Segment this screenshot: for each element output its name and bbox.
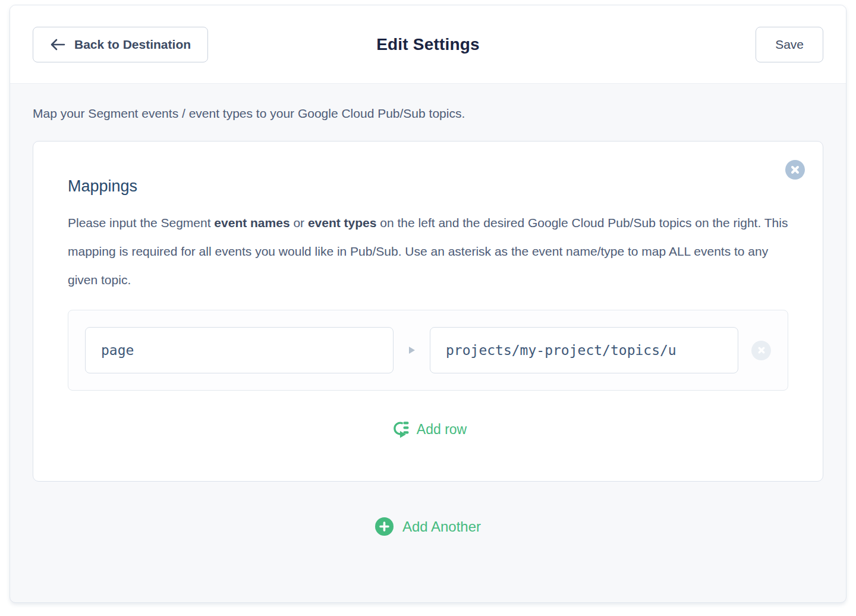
desc-bold-event-names: event names <box>214 216 289 230</box>
plus-icon <box>375 517 394 536</box>
save-button[interactable]: Save <box>756 27 823 62</box>
close-icon <box>790 165 800 175</box>
add-row-button[interactable]: Add row <box>389 420 467 438</box>
mappings-card: Mappings Please input the Segment event … <box>33 141 823 482</box>
add-another-label: Add Another <box>402 518 481 535</box>
topic-input[interactable] <box>430 327 738 373</box>
settings-page: Back to Destination Edit Settings Save M… <box>10 5 846 603</box>
back-to-destination-button[interactable]: Back to Destination <box>33 27 208 62</box>
intro-text: Map your Segment events / event types to… <box>33 106 823 121</box>
add-another-container: Add Another <box>33 517 823 536</box>
close-icon <box>757 345 766 355</box>
desc-part: Please input the Segment <box>68 216 214 230</box>
desc-bold-event-types: event types <box>308 216 377 230</box>
mappings-title: Mappings <box>68 177 788 196</box>
header-bar: Back to Destination Edit Settings Save <box>10 5 846 84</box>
event-name-input[interactable] <box>85 327 394 373</box>
desc-part: or <box>290 216 308 230</box>
mappings-description: Please input the Segment event names or … <box>68 209 788 294</box>
arrow-right-icon <box>408 345 416 355</box>
arrow-left-icon <box>50 38 65 51</box>
card-close-button[interactable] <box>785 160 805 180</box>
add-row-label: Add row <box>417 422 467 438</box>
mapping-row <box>68 310 788 391</box>
remove-row-button[interactable] <box>751 341 771 360</box>
add-another-button[interactable]: Add Another <box>375 517 481 536</box>
page-title: Edit Settings <box>376 35 480 54</box>
back-button-label: Back to Destination <box>74 37 191 52</box>
add-row-container: Add row <box>68 420 788 438</box>
settings-body: Map your Segment events / event types to… <box>10 84 846 602</box>
add-row-icon <box>389 420 409 438</box>
